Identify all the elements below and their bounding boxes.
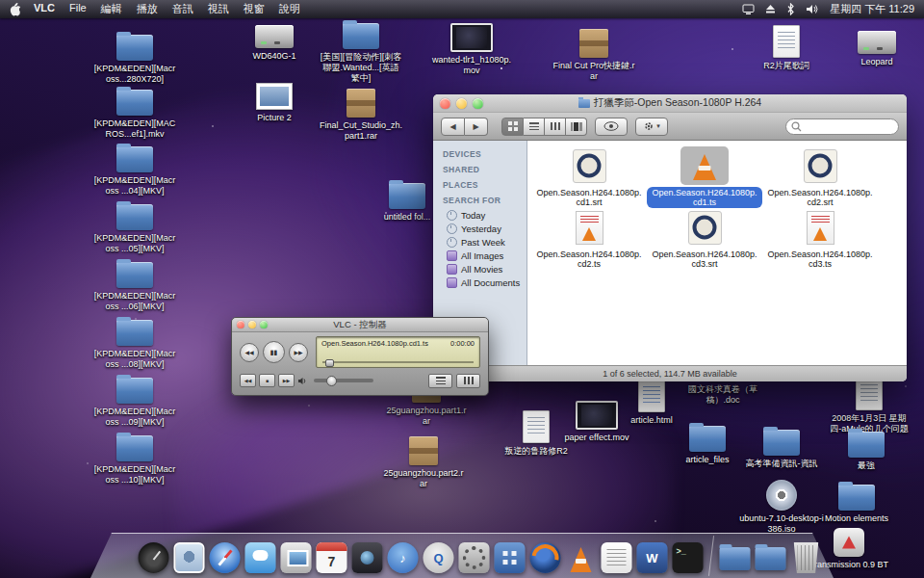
file-item[interactable]: Open.Season.H264.1080p.cd3.ts (762, 208, 878, 270)
sidebar-item[interactable]: Today (433, 208, 526, 222)
apple-menu-icon[interactable] (10, 3, 22, 16)
menu-item[interactable]: VLC (34, 2, 55, 16)
minimize-button[interactable] (456, 98, 467, 109)
desktop-icon[interactable]: Leopard (834, 31, 920, 67)
desktop-icon[interactable]: 最強 (823, 432, 910, 471)
vlc-titlebar[interactable]: VLC - 控制器 (232, 318, 488, 332)
quicklook-button[interactable] (595, 118, 628, 136)
action-menu-button[interactable]: ▾ (635, 118, 668, 136)
dock-icon[interactable]: ♪ (388, 542, 419, 573)
dock-icon[interactable] (530, 542, 561, 573)
sidebar-item[interactable]: All Images (433, 249, 526, 262)
sidebar-section-devices[interactable]: DEVICES (433, 146, 526, 162)
sidebar-section-places[interactable]: PLACES (433, 177, 526, 193)
desktop-icon[interactable]: [KPDM&EDEN][Macross ...09][MKV] (91, 378, 178, 428)
sidebar-item[interactable]: Yesterday (433, 222, 526, 235)
icon-view-button[interactable] (501, 118, 524, 136)
skip-back-button[interactable]: ◀◀ (240, 374, 256, 387)
dock-icon[interactable] (245, 542, 276, 573)
seek-slider-thumb[interactable] (325, 359, 334, 367)
desktop-icon[interactable]: [美国][冒险动作][刺客聯盟.Wanted...[英語繁中] (318, 23, 404, 84)
back-button[interactable]: ◀ (441, 118, 465, 136)
close-button[interactable] (237, 321, 244, 328)
minimize-button[interactable] (248, 321, 256, 328)
display-sync-icon[interactable] (742, 4, 755, 15)
close-button[interactable] (440, 98, 450, 109)
desktop-icon[interactable]: [KPDM&EDEN][Macross...280X720] (91, 35, 178, 85)
menu-item[interactable]: 視訊 (208, 2, 229, 16)
desktop-icon[interactable]: 高考準備資訊-資訊 (738, 430, 825, 469)
desktop-icon[interactable]: Picture 2 (231, 83, 318, 123)
dock-icon[interactable] (720, 547, 751, 570)
sidebar-item[interactable]: All Movies (433, 262, 526, 276)
dock-icon[interactable] (459, 542, 490, 573)
playlist-button[interactable] (428, 374, 452, 388)
volume-icon[interactable] (806, 4, 819, 14)
search-input[interactable] (785, 118, 899, 135)
dock-icon[interactable]: >_ (673, 542, 704, 573)
desktop-icon[interactable]: WD640G-1 (231, 25, 318, 62)
finder-titlebar[interactable]: 打獵季節-Open Season-1080P H.264 (433, 94, 907, 113)
skip-forward-button[interactable]: ▶▶ (278, 374, 295, 387)
dock-icon[interactable] (210, 542, 241, 573)
desktop-icon[interactable]: [KPDM&EDEN][Macross ...05][MKV] (91, 204, 178, 254)
dock-icon[interactable] (602, 542, 632, 573)
menu-item[interactable]: File (69, 2, 87, 16)
desktop-icon[interactable]: Final_Cut_Studio_zh.part1.rar (318, 89, 404, 142)
file-item[interactable]: Open.Season.H264.1080p.cd1.ts (647, 146, 762, 208)
dock-icon[interactable]: 7 (317, 542, 347, 573)
zoom-button[interactable] (473, 98, 483, 109)
desktop-icon[interactable]: Final Cut Pro快捷鍵.rar (551, 29, 637, 82)
zoom-button[interactable] (260, 321, 268, 328)
bluetooth-icon[interactable] (786, 3, 795, 15)
dock-icon[interactable]: Q (424, 542, 454, 573)
file-item[interactable]: Open.Season.H264.1080p.cd2.ts (531, 208, 647, 270)
file-item[interactable]: Open.Season.H264.1080p.cd2.srt (762, 146, 878, 208)
menu-bar-clock[interactable]: 星期四 下午 11:29 (830, 2, 914, 16)
desktop-icon[interactable]: 2008年1月3日 星期四-aMule的几个问题 (826, 378, 912, 434)
file-item[interactable]: Open.Season.H264.1080p.cd1.srt (531, 146, 647, 208)
dock-icon[interactable]: W (637, 542, 668, 573)
seek-slider[interactable] (322, 358, 474, 365)
dock-icon[interactable] (566, 542, 597, 573)
desktop-icon[interactable]: [KPDM&EDEN][Macross ...06][MKV] (91, 262, 178, 312)
desktop-icon[interactable]: [KPDM&EDEN][Macross ...08][MKV] (91, 320, 178, 370)
menu-item[interactable]: 音訊 (172, 2, 193, 16)
file-item[interactable]: Open.Season.H264.1080p.cd3.srt (647, 208, 762, 270)
eject-icon[interactable] (765, 4, 776, 14)
desktop-icon[interactable]: 25guangzhou.part2.rar (380, 436, 467, 489)
list-view-button[interactable] (524, 118, 545, 136)
equalizer-button[interactable] (456, 374, 480, 388)
desktop-icon[interactable]: wanted-tlr1_h1080p.mov (428, 23, 515, 76)
column-view-button[interactable] (545, 118, 566, 136)
desktop-icon[interactable]: [KPDM&EDEN][Macross ...10][MKV] (91, 435, 178, 486)
next-button[interactable]: ▶▶ (289, 343, 308, 362)
dock-icon[interactable] (281, 542, 312, 573)
dock-icon[interactable] (495, 542, 526, 573)
menu-item[interactable]: 視窗 (244, 2, 265, 16)
play-pause-button[interactable]: ▮▮ (263, 341, 285, 363)
volume-slider[interactable] (314, 379, 373, 382)
dock-icon[interactable] (756, 547, 786, 570)
sidebar-item[interactable]: Past Week (433, 235, 526, 249)
dock-icon[interactable] (352, 542, 383, 573)
menu-item[interactable]: 說明 (279, 2, 300, 16)
desktop-icon[interactable]: Motion elements (813, 485, 900, 524)
desktop-icon[interactable]: ubuntu-7.10-desktop-i386.iso (738, 480, 825, 535)
stop-button[interactable]: ■ (259, 374, 275, 387)
sidebar-item[interactable]: All Documents (433, 276, 526, 289)
menu-item[interactable]: 編輯 (101, 2, 122, 16)
dock-icon[interactable] (174, 542, 205, 573)
forward-button[interactable]: ▶ (465, 118, 488, 136)
sidebar-section-shared[interactable]: SHARED (433, 162, 526, 177)
previous-button[interactable]: ◀◀ (240, 343, 259, 362)
desktop-icon[interactable]: R2片尾歌詞 (743, 25, 830, 71)
menu-item[interactable]: 播放 (137, 2, 158, 16)
dock-icon[interactable] (791, 542, 822, 573)
desktop-icon[interactable]: [KPDM&EDEN][Macross ...04][MKV] (91, 146, 178, 197)
sidebar-section-search-for[interactable]: SEARCH FOR (433, 193, 526, 208)
dock-icon[interactable] (139, 542, 169, 573)
coverflow-view-button[interactable] (566, 118, 587, 136)
volume-slider-thumb[interactable] (326, 376, 337, 386)
desktop-icon[interactable]: [KPDM&EDEN][MACROS...ef1].mkv (91, 90, 178, 140)
